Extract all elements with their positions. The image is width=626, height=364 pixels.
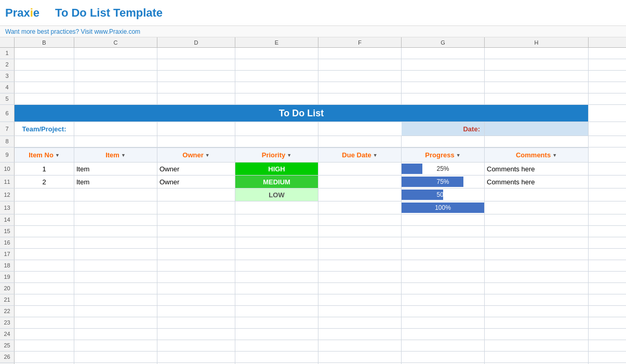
row-13: 13 100%: [0, 201, 626, 214]
cell-item-2[interactable]: Item: [74, 176, 157, 188]
row-8: 8: [0, 136, 626, 147]
row-14: 14: [0, 214, 626, 226]
row-1: 1: [0, 48, 626, 59]
cell-progress-2[interactable]: 75%: [402, 176, 485, 188]
spreadsheet: Praxie To Do List Template Want more bes…: [0, 0, 626, 364]
progress-label-50: 50%: [402, 191, 484, 198]
row-25: 25: [0, 340, 626, 352]
col-header-e: E: [235, 37, 318, 47]
team-value[interactable]: [74, 122, 157, 136]
corner-cell: [0, 37, 15, 47]
row-2: 2: [0, 59, 626, 71]
grid-body: 1 2 3: [0, 48, 626, 364]
cell-due-date-1[interactable]: [318, 163, 402, 175]
team-value-e: [235, 122, 318, 136]
date-value[interactable]: [485, 122, 589, 136]
col-header-g: G: [402, 37, 485, 47]
row-20: 20: [0, 283, 626, 294]
cell-owner-2[interactable]: Owner: [157, 176, 235, 188]
col-header-priority: Priority ▼: [235, 147, 318, 162]
row-17: 17: [0, 249, 626, 260]
item-dropdown-icon[interactable]: ▼: [121, 153, 126, 158]
date-label: Date:: [402, 122, 485, 136]
brand-header: Praxie To Do List Template: [0, 0, 626, 26]
team-value-f: [318, 122, 402, 136]
col-header-f: F: [318, 37, 402, 47]
brand-dot: i: [30, 6, 33, 19]
col-header-comments: Comments ▼: [485, 147, 589, 162]
row-15: 15: [0, 226, 626, 237]
cell-priority-1[interactable]: HIGH: [235, 163, 318, 175]
progress-label-100: 100%: [402, 204, 484, 211]
owner-dropdown-icon[interactable]: ▼: [205, 153, 210, 158]
cell-progress-1[interactable]: 25%: [402, 163, 485, 175]
due-date-dropdown-icon[interactable]: ▼: [373, 153, 378, 158]
table-main-title: To Do List: [15, 105, 589, 122]
cell-priority-low: LOW: [235, 188, 318, 201]
table-row-2: 11 2 Item Owner MEDIUM 75% Comments here: [0, 176, 626, 188]
row-26: 26: [0, 352, 626, 363]
col-header-due-date: Due Date ▼: [318, 147, 402, 162]
row-7-team: 7 Team/Project: Date:: [0, 122, 626, 136]
row-9-headers: 9 Item No ▼ Item ▼ Owner ▼ Priority ▼ Du…: [0, 147, 626, 163]
row-5: 5: [0, 93, 626, 105]
col-header-item: Item ▼: [74, 147, 157, 162]
row-21: 21: [0, 294, 626, 306]
cell-comments-1[interactable]: Comments here: [485, 163, 589, 175]
row-3: 3: [0, 71, 626, 82]
row-22: 22: [0, 306, 626, 317]
priority-dropdown-icon[interactable]: ▼: [287, 153, 291, 158]
cell-item-1[interactable]: Item: [74, 163, 157, 175]
row-6-title: 6 To Do List: [0, 105, 626, 122]
brand-logo: Praxie: [5, 6, 39, 20]
row-24: 24: [0, 329, 626, 340]
cell-due-date-2[interactable]: [318, 176, 402, 188]
progress-dropdown-icon[interactable]: ▼: [456, 153, 461, 158]
col-header-c: C: [74, 37, 157, 47]
cell-item-no-2[interactable]: 2: [15, 176, 74, 188]
team-label: Team/Project:: [15, 122, 74, 136]
row-23: 23: [0, 317, 626, 329]
comments-dropdown-icon[interactable]: ▼: [552, 153, 557, 158]
col-header-h: H: [485, 37, 589, 47]
cell-progress-100: 100%: [402, 201, 485, 214]
team-value-d: [157, 122, 235, 136]
cell-progress-50: 50%: [402, 188, 485, 201]
link-row[interactable]: Want more best practices? Visit www.Prax…: [0, 26, 626, 37]
row-4: 4: [0, 82, 626, 93]
col-header-item-no: Item No ▼: [15, 147, 74, 162]
row-18: 18: [0, 260, 626, 272]
col-header-row: B C D E F G H: [0, 37, 626, 48]
row-19: 19: [0, 272, 626, 283]
table-row-1: 10 1 Item Owner HIGH 25% Comments here: [0, 163, 626, 176]
row-16: 16: [0, 237, 626, 249]
col-header-progress: Progress ▼: [402, 147, 485, 162]
item-no-dropdown-icon[interactable]: ▼: [55, 153, 60, 158]
col-header-d: D: [157, 37, 235, 47]
app-title: To Do List Template: [55, 6, 163, 20]
cell-item-no-1[interactable]: 1: [15, 163, 74, 175]
cell-comments-2[interactable]: Comments here: [485, 176, 589, 188]
cell-priority-2[interactable]: MEDIUM: [235, 176, 318, 188]
progress-label-2: 75%: [402, 178, 484, 185]
col-header-owner: Owner ▼: [157, 147, 235, 162]
progress-label-1: 25%: [402, 165, 484, 172]
row-12: 12 LOW 50%: [0, 188, 626, 201]
col-header-b: B: [15, 37, 74, 47]
praxie-link[interactable]: Want more best practices? Visit www.Prax…: [5, 28, 140, 35]
cell-owner-1[interactable]: Owner: [157, 163, 235, 175]
